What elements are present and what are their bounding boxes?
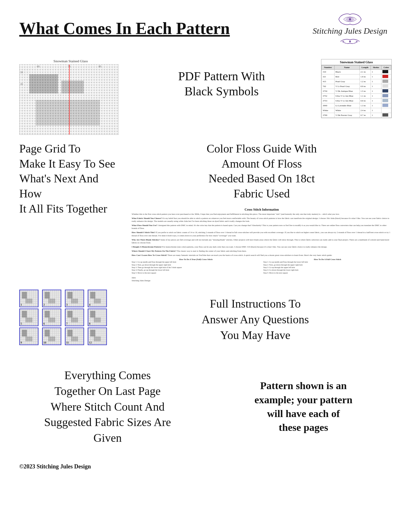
info-para-3: What Floss Should You Use? I designed th…	[132, 224, 392, 230]
cross-stitch-grid: 60 70 80 10 20	[19, 64, 119, 135]
row3: 123456789101112 Full Instructions ToAnsw…	[19, 290, 392, 345]
thumb-dark-area-2	[25, 336, 32, 341]
svg-point-2	[343, 41, 344, 42]
floss-cell: 1	[371, 93, 381, 98]
floss-cell: Lt Lavender Blue	[334, 103, 359, 108]
floss-row: 3752Ultra V Lt Ant Blue1.1 m1	[322, 93, 391, 98]
floss-cell: V Lt Pearl Gray	[334, 84, 359, 89]
page-title: What Comes In Each Pattern	[19, 13, 230, 38]
info-block-text: Whether this is the first cross stitch p…	[132, 213, 392, 282]
floss-row: 310Black2.1 m1	[322, 69, 391, 74]
how-to-col1-steps: Step 1: Go up needle and floss through t…	[132, 261, 260, 274]
floss-cell: 1	[371, 89, 381, 93]
floss-row: 415Pearl Gray1.2 m1	[322, 79, 391, 84]
thumbnail-4: 4	[88, 290, 107, 307]
info-para-5: Why Are There Blank Stitches? Some of my…	[132, 238, 392, 244]
thumb-number-12: 12	[89, 341, 92, 344]
floss-row: 3799V Dk Pewter Gray0.7 m1	[322, 113, 391, 118]
floss-cell: 1.3 m	[359, 103, 371, 108]
info-para-7: Where Should I Start My Pattern On The F…	[132, 249, 392, 252]
floss-cell: Ultra V Lt Ant Blue	[334, 93, 359, 98]
floss-color-swatch	[381, 108, 391, 113]
everything-text: Everything ComesTogether On Last PageWhe…	[19, 368, 196, 446]
row2-wrapper: Page Grid ToMake It Easy To SeeWhat's Ne…	[19, 141, 392, 283]
copyright: ©2023 Stitching Jules Design	[19, 463, 392, 470]
thumb-dark-area-2	[48, 318, 55, 322]
thumb-number-11: 11	[66, 341, 69, 344]
col-number: Number	[322, 65, 335, 69]
floss-cell: 2.1 m	[359, 69, 371, 74]
thumb-dark-area-1	[90, 330, 96, 336]
floss-cell: Black	[334, 69, 359, 74]
info-block-title: Cross Stitch Information	[132, 208, 392, 211]
floss-cell: 415	[322, 79, 335, 84]
thumbnail-10: 10	[42, 327, 61, 345]
thumbnail-12: 12	[88, 327, 107, 345]
floss-cell: 1.5 m	[359, 89, 371, 93]
floss-color-swatch	[381, 103, 391, 108]
thumbnail-3: 3	[65, 290, 84, 307]
thumb-dark-area-2	[25, 318, 32, 322]
floss-cell: 1	[371, 113, 381, 118]
thumbnail-6: 6	[42, 309, 61, 326]
floss-table-data: Number Name Length Skeins Color 310Black…	[321, 65, 391, 118]
thumb-number-9: 9	[21, 341, 22, 344]
thumb-dark-area-2	[94, 336, 101, 341]
how-to-col2-steps: Step 1: Go up needle and floss through t…	[263, 261, 392, 274]
floss-guide-image: Snowman Stained Glass Number Name Length…	[321, 59, 392, 118]
floss-cell: 1	[371, 108, 381, 113]
floss-cell: V Dk Antique Blue	[334, 89, 359, 93]
svg-point-0	[349, 18, 351, 20]
how-to-col2-title: How To Do A Full Cross Stitch	[263, 258, 392, 261]
grid-fill-1	[29, 74, 58, 93]
full-instructions-section: Full Instructions ToAnswer Any Questions…	[119, 290, 392, 343]
thumb-dark-area-1	[22, 311, 27, 317]
thumb-dark-area-1	[67, 311, 73, 317]
page-grid-text: Page Grid ToMake It Easy To SeeWhat's Ne…	[19, 141, 122, 216]
thumbnail-8: 8	[88, 309, 107, 326]
thumbnails-grid: 123456789101112	[19, 290, 109, 345]
brand-ornament-bottom	[337, 37, 363, 46]
floss-cell: 1.1 m	[359, 93, 371, 98]
floss-cell: White	[334, 108, 359, 113]
row4: Everything ComesTogether On Last PageWhe…	[19, 361, 392, 446]
grid-numbers-left: 10 20	[20, 71, 23, 86]
col-length: Length	[359, 65, 371, 69]
floss-cell: 1.8 m	[359, 74, 371, 79]
floss-row: 3750V Dk Antique Blue1.5 m1	[322, 89, 391, 93]
svg-point-1	[349, 40, 351, 42]
brand-name: Stitching Jules Design	[308, 26, 392, 37]
col-skeins: Skeins	[371, 65, 381, 69]
floss-cell: 0.9 m	[359, 84, 371, 89]
header: What Comes In Each Pattern Stitching Jul…	[19, 13, 392, 46]
thumb-number-1: 1	[21, 303, 22, 306]
floss-color-swatch	[381, 79, 391, 84]
info-para-6: I Bought A Monochrome Pattern! For monoc…	[132, 245, 392, 248]
floss-row: 321Red1.8 m1	[322, 74, 391, 79]
how-to-col-2: How To Do A Full Cross Stitch Step 1: Go…	[263, 258, 392, 274]
info-para-4: How Should I Stitch This? If you prefer …	[132, 231, 392, 237]
floss-cell: 0.8 m	[359, 98, 371, 103]
grid-fill-3	[36, 100, 100, 126]
floss-color-swatch	[381, 74, 391, 79]
thumbnail-9: 9	[19, 327, 39, 345]
floss-cell: 310	[322, 69, 335, 74]
how-to-columns: How To Do A True (Full) Cross Stitch Ste…	[132, 258, 392, 274]
thumb-dark-area-1	[90, 311, 96, 317]
floss-cell: Red	[334, 74, 359, 79]
floss-color-swatch	[381, 113, 391, 118]
grid-thumbnails: 123456789101112	[19, 290, 109, 345]
floss-color-swatch	[381, 93, 391, 98]
floss-color-swatch	[381, 89, 391, 93]
floss-cell: Pearl Gray	[334, 79, 359, 84]
floss-cell: 321	[322, 74, 335, 79]
floss-table: Snowman Stained Glass Number Name Length…	[321, 59, 392, 118]
cross-stitch-info: Cross Stitch Information Whether this is…	[132, 208, 392, 283]
thumb-number-6: 6	[43, 322, 45, 325]
thumb-number-5: 5	[21, 322, 22, 325]
how-to-col1-title: How To Do A True (Full) Cross Stitch	[132, 258, 260, 261]
row1: Snowman Stained Glass 60 70 80 10 20	[19, 59, 392, 135]
thumbnail-1: 1	[19, 290, 39, 307]
pdf-pattern-title: PDF Pattern WithBlack Symbols	[132, 69, 311, 99]
thumb-number-3: 3	[66, 303, 68, 306]
